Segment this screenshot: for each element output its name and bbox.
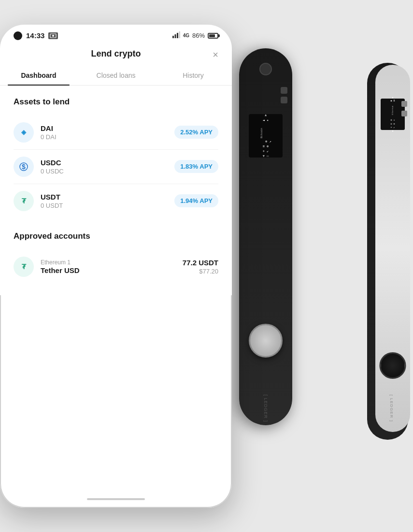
status-right: 4G 86% [172, 31, 218, 40]
app-title: Lend crypto [91, 49, 141, 59]
tab-dashboard[interactable]: Dashboard [0, 66, 77, 85]
svg-rect-4 [177, 33, 178, 38]
app-header: Lend crypto × [0, 44, 232, 66]
asset-info-usdt: USDT 0 USDT [41, 193, 174, 209]
svg-rect-5 [179, 31, 180, 38]
asset-name-usdc: USDC [41, 158, 174, 167]
apy-badge-dai: 2.52% APY [174, 126, 218, 139]
image-icon [48, 32, 58, 39]
status-time: 14:33 [26, 31, 44, 40]
status-bar: 14:33 4G 86% [0, 25, 232, 44]
ledger-devices: ▲ ◄ ✦ Bitcoin ⊕ ↗ ≡ ⊗ + ↙ ▼ ▭ [ LEDGER ] [229, 24, 413, 507]
account-info-tether: Ethereum 1 Tether USD [41, 259, 183, 274]
asset-info-usdc: USDC 0 USDC [41, 158, 174, 175]
assets-section-title: Assets to lend [14, 97, 218, 107]
ledger-side-main-button[interactable] [380, 352, 406, 379]
phone-shell: 14:33 4G 86% [0, 25, 232, 508]
battery-percent: 86% [192, 32, 205, 39]
svg-text:$: $ [22, 163, 26, 171]
ledger-front-main-button[interactable] [249, 324, 283, 358]
approved-section: Approved accounts ₮ Ethereum 1 Tether US… [14, 231, 218, 284]
asset-balance-usdc: 0 USDC [41, 168, 174, 175]
bottom-indicator [87, 498, 145, 500]
apy-badge-usdt: 1.94% APY [174, 194, 218, 207]
camera-notch [14, 31, 22, 40]
asset-item-usdt[interactable]: ₮ USDT 0 USDT 1.94% APY [14, 184, 218, 218]
apy-badge-usdc: 1.83% APY [174, 160, 218, 173]
asset-name-dai: DAI [41, 124, 174, 132]
account-name: Tether USD [41, 266, 183, 274]
tabs-container: Dashboard Closed loans History [0, 66, 232, 86]
asset-name-usdt: USDT [41, 193, 174, 201]
svg-rect-2 [172, 36, 174, 38]
svg-rect-3 [174, 34, 176, 38]
asset-item-usdc[interactable]: $ USDC 0 USDC 1.83% APY [14, 150, 218, 184]
signal-icon [172, 31, 180, 40]
svg-text:◈: ◈ [21, 129, 27, 136]
approved-section-title: Approved accounts [14, 231, 218, 241]
ledger-side-device: ▲ ◉ B Ethereum ⊕ ✦ ≡ ⊗ + ↙ ▼ [ LEDGER ] [367, 63, 408, 440]
asset-info-dai: DAI 0 DAI [41, 124, 174, 141]
close-button[interactable]: × [213, 49, 218, 60]
usdc-icon: $ [14, 157, 34, 177]
network-icon: 4G [183, 33, 189, 38]
status-left: 14:33 [14, 31, 58, 40]
account-network: Ethereum 1 [41, 259, 183, 266]
ledger-front-device: ▲ ◄ ✦ Bitcoin ⊕ ↗ ≡ ⊗ + ↙ ▼ ▭ [ LEDGER ] [239, 48, 292, 425]
svg-point-1 [52, 35, 54, 37]
tab-history[interactable]: History [155, 66, 232, 85]
asset-balance-usdt: 0 USDT [41, 202, 174, 209]
account-usd: $77.20 [183, 268, 218, 275]
account-item-tether[interactable]: ₮ Ethereum 1 Tether USD 77.2 USDT $77.20 [14, 250, 218, 284]
account-icon-usdt: ₮ [14, 257, 34, 277]
svg-text:₮: ₮ [22, 263, 27, 271]
asset-balance-dai: 0 DAI [41, 133, 174, 141]
account-amount: 77.2 USDT [183, 259, 218, 267]
account-value: 77.2 USDT $77.20 [183, 259, 218, 275]
usdt-icon: ₮ [14, 191, 34, 211]
ledger-front-screen: ▲ ◄ ✦ Bitcoin ⊕ ↗ ≡ ⊗ + ↙ ▼ ▭ [249, 114, 283, 158]
main-content: Assets to lend ◈ DAI 0 DAI 2.52% APY [0, 86, 232, 295]
dai-icon: ◈ [14, 122, 34, 143]
battery-icon [208, 33, 218, 39]
svg-text:₮: ₮ [22, 197, 27, 205]
tab-closed-loans[interactable]: Closed loans [77, 66, 155, 85]
asset-list: ◈ DAI 0 DAI 2.52% APY $ [14, 115, 218, 218]
asset-item-dai[interactable]: ◈ DAI 0 DAI 2.52% APY [14, 115, 218, 150]
